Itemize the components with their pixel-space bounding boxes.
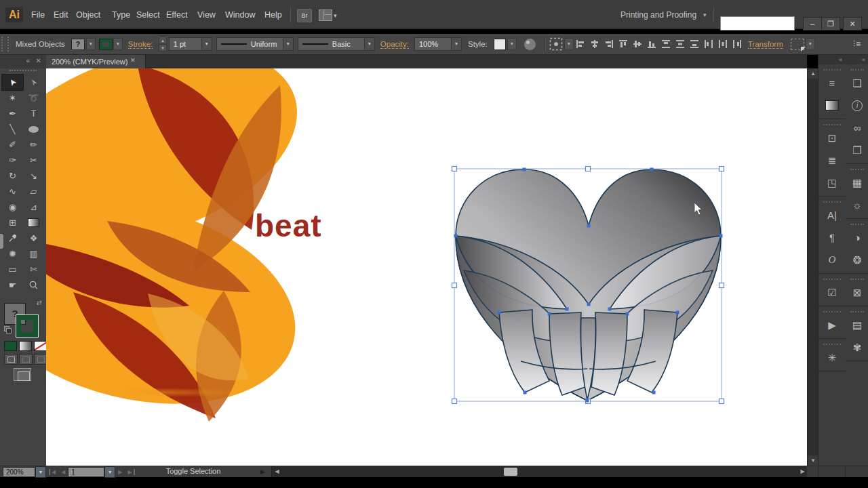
canvas[interactable]: beat (46, 68, 807, 466)
document-tab-close-icon[interactable]: ✕ (130, 57, 136, 64)
menu-view[interactable]: View (196, 8, 217, 22)
last-artboard-icon[interactable]: ▶ (125, 469, 134, 475)
links-panel-icon[interactable]: ∞ (846, 117, 868, 139)
eyedropper-tool[interactable] (2, 230, 23, 246)
stepper-up-icon[interactable]: ▴ (159, 37, 167, 44)
collapse-panels-icon[interactable]: « (26, 57, 30, 64)
menu-file[interactable]: File (30, 8, 46, 22)
width-profile-combo[interactable]: Uniform ▾ (216, 37, 294, 51)
opacity-caret-icon[interactable]: ▾ (451, 38, 461, 50)
workspace-caret-icon[interactable]: ▾ (703, 12, 707, 18)
perspective-grid-tool[interactable]: ⊿ (23, 199, 44, 215)
gradient-tool[interactable] (23, 215, 44, 230)
align-left-icon[interactable] (575, 39, 587, 50)
vertical-scrollbar[interactable]: ▲ ▼ (807, 68, 818, 466)
menu-help[interactable]: Help (263, 8, 283, 22)
align-right-icon[interactable] (604, 39, 615, 50)
isolate-selected-object-icon[interactable] (791, 39, 804, 50)
transform-panel-link[interactable]: Transform (748, 40, 783, 49)
distribute-right-icon[interactable] (732, 39, 743, 50)
status-flyout-icon[interactable]: ▶ (260, 468, 265, 475)
horizontal-scrollbar-thumb[interactable] (504, 468, 517, 476)
opentype-panel-icon[interactable]: O (818, 249, 846, 271)
distribute-left-icon[interactable] (703, 39, 715, 50)
actions-panel-icon[interactable]: ▶ (818, 314, 846, 336)
search-input[interactable] (721, 18, 794, 30)
column-graph-tool[interactable]: ▥ (23, 246, 44, 262)
gradient-panel-icon[interactable] (818, 94, 846, 117)
shape-builder-tool[interactable]: ◉ (2, 199, 23, 215)
zoom-level-combo[interactable]: 200% (3, 467, 35, 477)
align-panel-icon[interactable]: ≣ (818, 149, 846, 171)
control-bar-grip[interactable] (1, 37, 9, 52)
attributes-panel-icon[interactable]: ☑ (818, 281, 846, 304)
graphic-style-swatch[interactable] (494, 39, 506, 50)
fill-stroke-indicator[interactable]: ⇄ ? (4, 299, 42, 338)
gradient-button[interactable] (19, 341, 32, 351)
menu-effect[interactable]: Effect (165, 8, 189, 22)
workspace-switcher[interactable]: Printing and Proofing (620, 8, 696, 22)
stroke-weight-caret-icon[interactable]: ▾ (201, 38, 212, 50)
pencil-tool[interactable]: ✏ (23, 137, 44, 152)
symbols-panel-icon[interactable]: ◑ (846, 226, 868, 249)
scroll-right-icon[interactable]: ▶ (798, 467, 807, 476)
collapse-dock-icon[interactable]: « (818, 55, 846, 64)
recolor-artwork-icon[interactable] (524, 39, 536, 50)
paragraph-panel-icon[interactable]: ¶ (818, 226, 846, 249)
scale-tool[interactable]: ↘ (23, 168, 44, 184)
stroke-color-caret-icon[interactable]: ▾ (113, 38, 123, 50)
slice-tool[interactable]: ✄ (23, 262, 44, 277)
horizontal-scrollbar[interactable]: ◀ ▶ (271, 466, 808, 477)
isolate-caret-icon[interactable]: ▾ (806, 38, 815, 50)
stroke-panel-link[interactable]: Stroke: (128, 40, 153, 49)
beat-logo-artwork[interactable]: beat (46, 68, 322, 435)
brush-definition-combo[interactable]: Basic ▾ (298, 37, 375, 51)
previous-artboard-icon[interactable]: ◀ (58, 469, 68, 475)
distribute-top-icon[interactable] (660, 39, 672, 50)
blob-brush-tool[interactable]: ✑ (2, 152, 23, 168)
rotate-tool[interactable]: ↻ (2, 168, 23, 184)
first-artboard-icon[interactable]: ◀ (49, 469, 58, 475)
distribute-horizontal-center-icon[interactable] (717, 39, 729, 50)
color-button[interactable] (4, 341, 17, 351)
symbol-sprayer-tool[interactable]: ✺ (2, 246, 23, 262)
character-panel-icon[interactable]: A| (818, 204, 846, 226)
line-segment-tool[interactable]: ╲ (2, 121, 23, 137)
select-similar-caret-icon[interactable]: ▾ (564, 38, 574, 50)
stroke-color-swatch[interactable] (100, 39, 112, 49)
style-caret-icon[interactable]: ▾ (507, 38, 517, 50)
magic-wand-tool[interactable]: ✶ (2, 90, 23, 106)
menu-select[interactable]: Select (135, 8, 161, 22)
tools-panel-grip[interactable] (9, 70, 37, 74)
direct-selection-tool[interactable]: ➢ (23, 75, 44, 90)
stroke-proxy-swatch[interactable] (16, 315, 38, 337)
scroll-down-icon[interactable]: ▼ (808, 455, 818, 466)
document-info-panel-icon[interactable]: ▤ (846, 314, 868, 336)
panel-close-icon[interactable]: ✕ (36, 57, 41, 64)
swap-fill-stroke-icon[interactable]: ⇄ (37, 299, 42, 306)
zoom-tool[interactable] (23, 277, 44, 293)
search-box[interactable] (720, 16, 795, 30)
appearance-panel-icon[interactable]: ☼ (846, 194, 868, 216)
close-button[interactable]: ✕ (843, 17, 862, 30)
blend-tool[interactable]: ❖ (23, 230, 44, 246)
type-tool[interactable]: T (23, 106, 44, 121)
scroll-up-icon[interactable]: ▲ (808, 68, 818, 79)
transform-panel-icon[interactable]: ⊡ (818, 127, 846, 149)
artboards-panel-icon[interactable]: ❐ (846, 139, 868, 161)
stroke-weight-stepper[interactable]: ▴ ▾ (159, 37, 167, 52)
next-artboard-icon[interactable]: ▶ (115, 469, 125, 475)
stroke-weight-combo[interactable]: 1 pt ▾ (169, 37, 212, 51)
selection-tool[interactable]: ➤ (2, 75, 23, 90)
change-screen-mode-button[interactable] (14, 368, 31, 381)
opacity-panel-link[interactable]: Opacity: (380, 40, 409, 49)
align-horizontal-center-icon[interactable] (589, 39, 601, 50)
layers-panel-icon[interactable]: ❏ (846, 72, 868, 94)
distribute-bottom-icon[interactable] (689, 39, 701, 50)
stroke-panel-icon[interactable]: ≡ (818, 72, 846, 94)
bridge-button[interactable]: Br (297, 9, 312, 22)
minimize-button[interactable]: – (803, 17, 822, 30)
select-similar-icon[interactable] (549, 38, 563, 50)
lasso-tool[interactable]: ➰ (23, 90, 44, 106)
width-tool[interactable]: ∿ (2, 184, 23, 199)
